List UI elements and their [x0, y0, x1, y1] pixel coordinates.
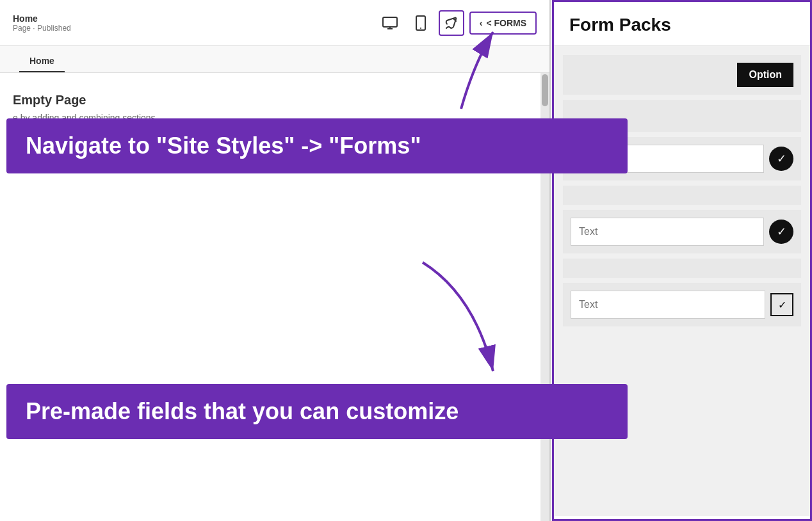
spacer-block-2 [563, 186, 801, 205]
svg-rect-0 [383, 17, 397, 27]
option-badge: Option [737, 63, 793, 87]
form-field-section-3: ✓ [563, 283, 801, 326]
right-panel: Form Packs Option ✓ ✓ [552, 0, 812, 521]
home-tab[interactable]: Home [19, 51, 65, 72]
annotation-navigate-text: Navigate to "Site Styles" -> "Forms" [26, 132, 421, 159]
text-input-2[interactable] [571, 218, 764, 246]
text-input-row-3: ✓ [571, 291, 793, 319]
text-input-3[interactable] [571, 291, 765, 319]
page-info: Home Page · Published [13, 13, 71, 33]
panel-title: Form Packs [569, 15, 671, 35]
option-section: Option [563, 55, 801, 95]
check-circle-2[interactable]: ✓ [769, 220, 793, 244]
check-square-1[interactable]: ✓ [770, 293, 793, 316]
check-circle-1[interactable]: ✓ [769, 147, 793, 171]
desktop-icon [382, 17, 398, 29]
arrow-1-svg [423, 13, 499, 115]
arrow-2 [371, 256, 499, 387]
page-title: Home [13, 13, 71, 24]
svg-point-4 [420, 28, 421, 29]
scroll-thumb [542, 74, 548, 106]
text-input-row-2: ✓ [571, 218, 793, 246]
panel-body: Option ✓ ✓ ✓ [554, 46, 810, 516]
main-area: Home Page · Published [0, 0, 551, 521]
annotation-premade-text: Pre-made fields that you can customize [26, 398, 459, 424]
desktop-view-button[interactable] [377, 10, 403, 36]
empty-page-title: Empty Page [13, 93, 158, 108]
arrow-2-svg [371, 256, 499, 384]
annotation-navigate: Navigate to "Site Styles" -> "Forms" [6, 118, 628, 173]
spacer-block-3 [563, 259, 801, 278]
panel-header: Form Packs [554, 2, 810, 46]
annotation-premade: Pre-made fields that you can customize [6, 384, 628, 439]
form-field-section-2: ✓ [563, 210, 801, 253]
page-subtitle: Page · Published [13, 24, 71, 33]
arrow-1 [423, 13, 499, 118]
